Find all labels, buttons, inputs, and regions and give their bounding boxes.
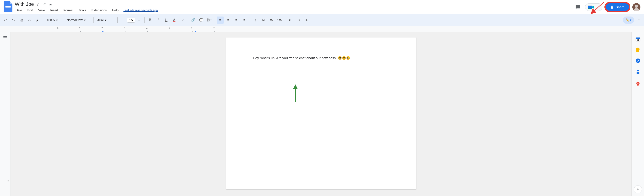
text-style-dropdown[interactable]: Normal text ▾ bbox=[65, 17, 92, 23]
spell-check-button[interactable]: ✓a bbox=[26, 16, 33, 24]
svg-text:3: 3 bbox=[124, 27, 125, 29]
formatting-toolbar: ↩ ↪ 🖨 ✓a 🖌 100% ▾ Normal text ▾ Arial ▾ … bbox=[0, 14, 644, 26]
menu-view[interactable]: View bbox=[36, 7, 47, 13]
meet-button[interactable] bbox=[585, 3, 602, 11]
decrease-font-button[interactable]: − bbox=[120, 16, 126, 24]
bold-button[interactable]: B bbox=[146, 16, 154, 24]
right-sidebar: 31 bbox=[632, 32, 644, 196]
print-button[interactable]: 🖨 bbox=[18, 16, 25, 24]
underline-button[interactable]: U bbox=[162, 16, 170, 24]
svg-rect-2 bbox=[5, 9, 9, 9]
svg-rect-15 bbox=[0, 26, 644, 32]
separator-6 bbox=[188, 17, 188, 23]
share-button[interactable]: Share bbox=[605, 3, 630, 11]
zoom-chevron-icon: ▾ bbox=[56, 18, 58, 22]
sidebar-contacts-icon[interactable] bbox=[634, 67, 642, 76]
cloud-icon[interactable]: ☁ bbox=[48, 2, 52, 6]
svg-rect-40 bbox=[636, 37, 640, 39]
style-chevron-icon: ▾ bbox=[84, 18, 86, 22]
menu-format[interactable]: Format bbox=[61, 7, 76, 13]
svg-rect-8 bbox=[588, 5, 592, 8]
svg-point-44 bbox=[637, 70, 639, 71]
svg-point-11 bbox=[635, 5, 638, 8]
sidebar-calendar-icon[interactable]: 31 bbox=[634, 35, 642, 44]
highlight-button[interactable]: 🖊 bbox=[179, 16, 186, 24]
star-icon[interactable]: ☆ bbox=[36, 1, 40, 7]
align-justify-button[interactable]: ≡ bbox=[241, 16, 248, 24]
menu-insert[interactable]: Insert bbox=[48, 7, 60, 13]
separator-3 bbox=[94, 17, 94, 23]
zoom-value: 100% bbox=[47, 18, 55, 22]
app-icon bbox=[4, 1, 12, 13]
sidebar-maps-icon[interactable] bbox=[634, 79, 642, 88]
increase-indent-button[interactable]: ⇥ bbox=[295, 16, 302, 24]
line-spacing-button[interactable]: ↕ bbox=[252, 16, 259, 24]
menu-file[interactable]: File bbox=[15, 7, 24, 13]
main-layout: 1 2 Hey, what's up! Are you free to chat… bbox=[0, 32, 644, 196]
clear-formatting-button[interactable]: T̶ bbox=[303, 16, 310, 24]
align-left-button[interactable]: ≡ bbox=[217, 16, 224, 24]
checklist-button[interactable]: ☑ bbox=[260, 16, 267, 24]
last-edit-status[interactable]: Last edit was seconds ago bbox=[124, 8, 158, 12]
document-page[interactable]: Hey, what's up! Are you free to chat abo… bbox=[226, 37, 416, 189]
align-right-button[interactable]: ≡ bbox=[233, 16, 240, 24]
menu-bar: File Edit View Insert Format Tools Exten… bbox=[15, 7, 158, 13]
svg-text:4: 4 bbox=[146, 27, 148, 29]
menu-extensions[interactable]: Extensions bbox=[89, 7, 109, 13]
undo-button[interactable]: ↩ bbox=[2, 16, 9, 24]
top-right-controls: Share bbox=[573, 3, 640, 11]
share-label: Share bbox=[616, 5, 624, 9]
document-paragraph[interactable]: Hey, what's up! Are you free to chat abo… bbox=[253, 55, 389, 61]
text-color-button[interactable]: A bbox=[170, 16, 178, 24]
document-area[interactable]: Hey, what's up! Are you free to chat abo… bbox=[11, 32, 632, 196]
numbered-list-button[interactable]: 1≡▾ bbox=[276, 16, 283, 24]
top-bar: With Joe ☆ 🗂 ☁ File Edit View Insert For… bbox=[0, 0, 644, 14]
svg-text:6: 6 bbox=[191, 27, 192, 29]
insert-comment-button[interactable]: 💬 bbox=[198, 16, 205, 24]
document-content[interactable]: Hey, what's up! Are you free to chat abo… bbox=[253, 55, 389, 61]
separator-7 bbox=[215, 17, 215, 23]
doc-title-area: With Joe ☆ 🗂 ☁ File Edit View Insert For… bbox=[15, 1, 158, 13]
paint-format-button[interactable]: 🖌 bbox=[34, 16, 41, 24]
document-map-icon[interactable] bbox=[3, 36, 8, 42]
insert-image-button[interactable]: 🖼▾ bbox=[206, 16, 213, 24]
comments-button[interactable] bbox=[573, 3, 582, 11]
font-chevron-icon: ▾ bbox=[105, 18, 106, 22]
svg-text:7: 7 bbox=[213, 27, 215, 29]
font-dropdown[interactable]: Arial ▾ bbox=[96, 17, 116, 23]
ruler-svg: 0 1 2 3 4 5 6 7 bbox=[0, 26, 644, 32]
insert-link-button[interactable]: 🔗 bbox=[190, 16, 197, 24]
menu-edit[interactable]: Edit bbox=[25, 7, 35, 13]
user-avatar[interactable] bbox=[632, 3, 640, 11]
edit-mode-button[interactable]: ✏️ ▾ bbox=[623, 16, 634, 24]
separator-8 bbox=[250, 17, 250, 23]
font-size-area: − 15 + bbox=[120, 16, 143, 24]
sidebar-keep-icon[interactable] bbox=[634, 45, 642, 54]
collapse-toolbar-button[interactable]: ⌃ bbox=[635, 16, 642, 24]
italic-button[interactable]: I bbox=[154, 16, 162, 24]
menu-tools[interactable]: Tools bbox=[76, 7, 88, 13]
align-center-button[interactable]: ≡ bbox=[225, 16, 232, 24]
style-value: Normal text bbox=[67, 18, 83, 22]
folder-icon[interactable]: 🗂 bbox=[42, 2, 46, 6]
menu-help[interactable]: Help bbox=[110, 7, 121, 13]
font-size-input[interactable]: 15 bbox=[127, 18, 135, 22]
svg-rect-42 bbox=[637, 52, 639, 52]
svg-rect-0 bbox=[5, 6, 11, 6]
svg-text:5: 5 bbox=[168, 27, 170, 29]
separator-1 bbox=[43, 17, 43, 23]
zoom-dropdown[interactable]: 100% ▾ bbox=[45, 17, 61, 23]
bullet-list-button[interactable]: ≡▾ bbox=[268, 16, 275, 24]
svg-marker-9 bbox=[592, 5, 594, 8]
page-number-2: 2 bbox=[8, 180, 9, 183]
svg-text:2: 2 bbox=[102, 27, 103, 29]
sidebar-add-button[interactable]: + bbox=[634, 185, 642, 193]
document-text: Hey, what's up! Are you free to chat abo… bbox=[253, 56, 350, 60]
sidebar-tasks-icon[interactable] bbox=[634, 56, 642, 65]
svg-text:1: 1 bbox=[79, 27, 80, 29]
redo-button[interactable]: ↪ bbox=[10, 16, 17, 24]
decrease-indent-button[interactable]: ⇤ bbox=[287, 16, 294, 24]
increase-font-button[interactable]: + bbox=[136, 16, 143, 24]
ruler: 0 1 2 3 4 5 6 7 bbox=[0, 26, 644, 32]
doc-title[interactable]: With Joe bbox=[15, 1, 34, 7]
